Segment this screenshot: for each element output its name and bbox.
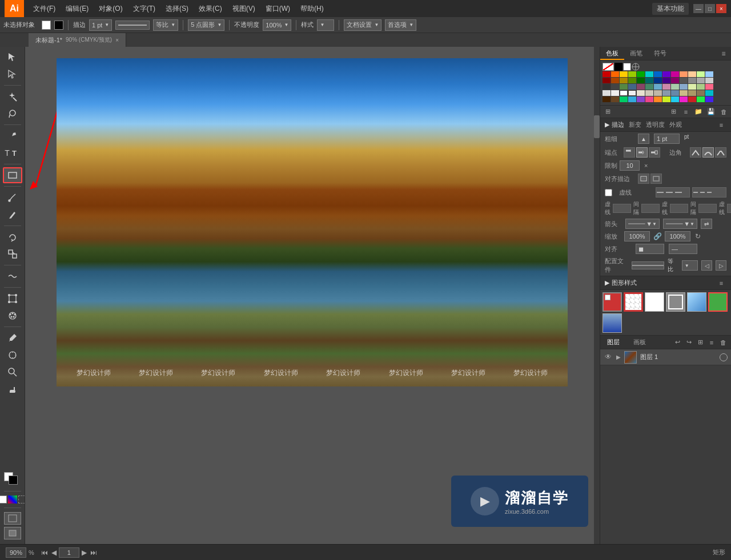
warp-tool[interactable] — [3, 268, 22, 284]
new-layer-icon[interactable]: ⊞ — [603, 107, 613, 117]
arrow-start-dropdown[interactable]: ▼ — [625, 219, 660, 229]
registration-swatch[interactable] — [632, 63, 640, 71]
next-page-btn[interactable]: ▶ — [81, 549, 88, 557]
swatch-lime[interactable] — [688, 84, 696, 90]
swatch-green[interactable] — [637, 71, 645, 77]
scale-tool[interactable] — [3, 246, 22, 262]
swatch-periwinkle[interactable] — [680, 84, 688, 90]
swatch-dark-brown[interactable] — [603, 96, 610, 102]
miter-join[interactable] — [690, 147, 701, 158]
opacity-dropdown[interactable]: 100% — [263, 19, 291, 31]
symbol-spray-tool[interactable] — [3, 308, 22, 324]
menu-object[interactable]: 对象(O) — [94, 2, 127, 16]
graphic-styles-menu[interactable]: ≡ — [716, 278, 726, 288]
scale-end-input[interactable]: 100% — [665, 231, 690, 241]
zoom-input[interactable]: 90% — [6, 547, 26, 558]
panel-save-icon[interactable]: 💾 — [706, 107, 716, 117]
swatch-violet[interactable] — [637, 96, 645, 102]
measure-tool[interactable] — [3, 347, 22, 363]
swatch-very-light-gray[interactable] — [603, 90, 610, 96]
menu-file[interactable]: 文件(F) — [29, 2, 60, 16]
panel-list-icon[interactable]: ≡ — [681, 107, 691, 117]
layers-icon-1[interactable]: ↩ — [673, 338, 682, 347]
eyedropper-tool[interactable] — [3, 330, 22, 346]
swatch-brown[interactable] — [697, 90, 705, 96]
align-center-stroke[interactable] — [638, 174, 649, 184]
swatch-chartreuse[interactable] — [662, 96, 670, 102]
butt-cap[interactable] — [624, 147, 635, 158]
graphic-styles-header[interactable]: ▶ 图形样式 ≡ — [600, 276, 731, 290]
menu-effect[interactable]: 效果(C) — [194, 2, 227, 16]
minimize-button[interactable]: — — [693, 4, 704, 13]
swatch-white[interactable] — [620, 90, 628, 96]
swatch-forest[interactable] — [620, 84, 628, 90]
swatch-medium-brown[interactable] — [611, 96, 619, 102]
align-type-dropdown[interactable]: — — [669, 244, 697, 254]
gradient-mode-btn[interactable] — [8, 495, 17, 503]
round-join[interactable] — [702, 147, 714, 158]
pen-tool[interactable] — [3, 128, 22, 144]
tab-close-btn[interactable]: × — [115, 37, 119, 43]
workspace-selector[interactable]: 基本功能 — [652, 3, 689, 15]
first-page-btn[interactable]: ⏮ — [40, 549, 49, 557]
menu-window[interactable]: 窗口(W) — [261, 2, 295, 16]
dash-checkbox[interactable] — [605, 189, 612, 196]
canvas-scrollbar-thumb[interactable] — [594, 115, 600, 138]
document-tab[interactable]: 未标题-1* 90% (CMYK/预览) × — [29, 33, 126, 47]
swatch-near-white[interactable] — [611, 90, 619, 96]
style-dropdown[interactable] — [317, 19, 334, 31]
none-mode-btn[interactable] — [18, 495, 26, 503]
shape-dropdown[interactable]: 5 点圆形 — [188, 19, 224, 31]
pencil-tool[interactable] — [3, 207, 22, 223]
zoom-tool[interactable] — [3, 364, 22, 380]
layer-visibility[interactable]: 👁 — [604, 353, 613, 362]
swatch-mauve[interactable] — [637, 84, 645, 90]
menu-select[interactable]: 选择(S) — [161, 2, 193, 16]
dash3-input[interactable] — [727, 204, 731, 213]
style-swatch-3[interactable] — [645, 292, 664, 312]
swatch-blue-gray[interactable] — [662, 90, 670, 96]
swatch-off-white[interactable] — [628, 90, 636, 96]
none-swatch[interactable] — [603, 63, 614, 71]
free-transform-tool[interactable] — [3, 291, 22, 307]
dash-type2-btn[interactable] — [692, 187, 726, 198]
tab-layers[interactable]: 图层 — [600, 336, 626, 349]
swatch-dark-red[interactable] — [603, 78, 610, 83]
swatch-olive[interactable] — [628, 78, 636, 83]
swatch-bright-green[interactable] — [697, 96, 705, 102]
config-btn1[interactable]: ◁ — [701, 260, 712, 271]
swatch-cornflower[interactable] — [628, 96, 636, 102]
canvas-vertical-scrollbar[interactable] — [594, 47, 600, 544]
rectangle-tool[interactable] — [3, 167, 22, 183]
style-swatch-1[interactable] — [603, 292, 622, 312]
swatch-khaki[interactable] — [688, 90, 696, 96]
swatch-deep-pink[interactable] — [645, 96, 653, 102]
swatch-navy[interactable] — [654, 78, 662, 83]
swatch-steel-blue[interactable] — [654, 84, 662, 90]
limit-input[interactable] — [620, 160, 640, 171]
swatch-dark-yellow[interactable] — [620, 78, 628, 83]
stroke-width-input[interactable] — [654, 134, 680, 144]
panel-menu-icon[interactable]: ≡ — [718, 49, 729, 59]
swatch-cyan[interactable] — [645, 71, 653, 77]
magic-wand-tool[interactable] — [3, 88, 22, 104]
tab-swatches[interactable]: 色板 — [600, 47, 624, 60]
config-dropdown[interactable]: ▼ — [682, 260, 698, 271]
menu-type[interactable]: 文字(T) — [128, 2, 160, 16]
menu-edit[interactable]: 编辑(E) — [61, 2, 93, 16]
swatch-yellow-green2[interactable] — [697, 84, 705, 90]
tab-symbols[interactable]: 符号 — [648, 47, 672, 60]
swatch-dark-green[interactable] — [637, 78, 645, 83]
layers-icon-3[interactable]: ⊞ — [696, 338, 705, 347]
stroke-width-stepper-up[interactable]: ▲ — [638, 134, 649, 144]
type-tool[interactable]: T T — [3, 145, 22, 161]
swatch-blue[interactable] — [654, 71, 662, 77]
color-mode-btn[interactable] — [0, 495, 7, 503]
panel-delete-icon[interactable]: 🗑 — [718, 107, 729, 117]
swatch-gray[interactable] — [688, 78, 696, 83]
selection-tool[interactable] — [3, 49, 22, 65]
stroke-unit-dropdown[interactable]: pt — [684, 134, 701, 144]
layers-icon-5[interactable]: 🗑 — [718, 338, 728, 347]
panel-folder-icon[interactable]: 📁 — [693, 107, 704, 117]
style-swatch-7[interactable] — [603, 313, 622, 333]
